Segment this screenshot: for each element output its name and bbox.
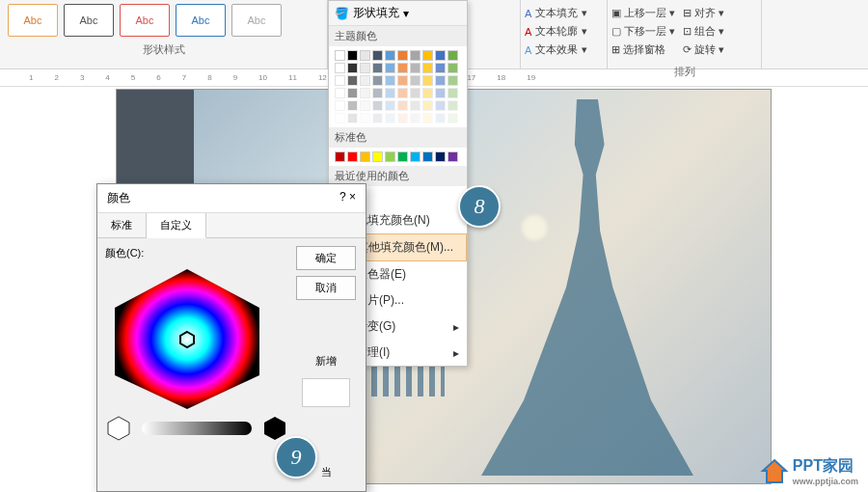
text-outline-button[interactable]: A文本轮廓 ▾ <box>525 22 603 41</box>
color-swatch[interactable] <box>335 151 345 162</box>
color-swatch[interactable] <box>422 100 433 111</box>
tab-standard[interactable]: 标准 <box>97 213 147 237</box>
close-button[interactable]: × <box>349 190 356 204</box>
white-hex-icon[interactable] <box>105 415 132 442</box>
shape-style-1[interactable]: Abc <box>8 4 58 37</box>
color-swatch[interactable] <box>360 75 370 86</box>
shape-fill-button[interactable]: 🪣 形状填充 ▾ <box>329 1 467 26</box>
silhouette-shape[interactable] <box>481 99 693 476</box>
color-swatch[interactable] <box>422 113 433 123</box>
color-swatch[interactable] <box>448 100 458 111</box>
shape-style-5[interactable]: Abc <box>231 4 282 37</box>
color-swatch[interactable] <box>347 100 358 111</box>
help-button[interactable]: ? <box>339 190 346 204</box>
theme-color-grid <box>329 46 467 127</box>
align-button[interactable]: ⊟ 对齐 ▾ <box>683 4 724 22</box>
color-swatch[interactable] <box>397 151 408 162</box>
color-swatch[interactable] <box>410 151 420 162</box>
color-swatch[interactable] <box>385 88 395 98</box>
color-swatch[interactable] <box>448 151 458 162</box>
color-swatch[interactable] <box>360 113 370 123</box>
color-swatch[interactable] <box>435 50 446 61</box>
color-swatch[interactable] <box>372 113 383 123</box>
text-fill-button[interactable]: A文本填充 ▾ <box>525 4 603 22</box>
color-swatch[interactable] <box>335 75 345 86</box>
color-swatch[interactable] <box>448 88 458 98</box>
color-swatch[interactable] <box>360 151 370 162</box>
color-swatch[interactable] <box>397 113 408 123</box>
color-swatch[interactable] <box>410 63 420 73</box>
color-swatch[interactable] <box>448 50 458 61</box>
group-button[interactable]: ⊡ 组合 ▾ <box>683 22 724 41</box>
color-swatch[interactable] <box>372 63 383 73</box>
shape-style-3[interactable]: Abc <box>120 4 170 37</box>
selection-pane-button[interactable]: ⊞ 选择窗格 <box>611 41 675 59</box>
color-swatch[interactable] <box>397 50 408 61</box>
cancel-button[interactable]: 取消 <box>296 276 356 300</box>
color-swatch[interactable] <box>410 88 420 98</box>
color-swatch[interactable] <box>372 151 383 162</box>
color-swatch[interactable] <box>360 63 370 73</box>
shape-style-2[interactable]: Abc <box>64 4 114 37</box>
text-effects-button[interactable]: A文本效果 ▾ <box>525 41 603 59</box>
color-swatch[interactable] <box>422 75 433 86</box>
color-swatch[interactable] <box>347 113 358 123</box>
color-swatch[interactable] <box>347 151 358 162</box>
color-swatch[interactable] <box>397 75 408 86</box>
rotate-button[interactable]: ⟳ 旋转 ▾ <box>683 41 724 59</box>
color-swatch[interactable] <box>335 50 345 61</box>
color-swatch[interactable] <box>385 113 395 123</box>
color-swatch[interactable] <box>435 63 446 73</box>
ok-button[interactable]: 确定 <box>296 246 356 270</box>
watermark-logo: PPT家园www.pptjia.com <box>760 456 858 486</box>
color-swatch[interactable] <box>385 100 395 111</box>
color-swatch[interactable] <box>335 63 345 73</box>
color-swatch[interactable] <box>385 50 395 61</box>
color-swatch[interactable] <box>448 63 458 73</box>
color-swatch[interactable] <box>435 113 446 123</box>
color-swatch[interactable] <box>435 151 446 162</box>
color-swatch[interactable] <box>347 75 358 86</box>
color-swatch[interactable] <box>347 88 358 98</box>
color-swatch[interactable] <box>422 88 433 98</box>
color-swatch[interactable] <box>372 50 383 61</box>
color-swatch[interactable] <box>385 151 395 162</box>
color-swatch[interactable] <box>422 50 433 61</box>
color-swatch[interactable] <box>360 50 370 61</box>
color-swatch[interactable] <box>335 113 345 123</box>
color-swatch[interactable] <box>435 88 446 98</box>
send-backward-button[interactable]: ▢ 下移一层 ▾ <box>611 22 675 41</box>
color-swatch[interactable] <box>335 88 345 98</box>
color-swatch[interactable] <box>435 100 446 111</box>
color-swatch[interactable] <box>397 100 408 111</box>
house-icon <box>760 457 789 486</box>
color-swatch[interactable] <box>410 113 420 123</box>
color-swatch[interactable] <box>335 100 345 111</box>
color-swatch[interactable] <box>397 88 408 98</box>
color-swatch[interactable] <box>422 63 433 73</box>
color-swatch[interactable] <box>385 63 395 73</box>
color-swatch[interactable] <box>422 151 433 162</box>
color-swatch[interactable] <box>360 88 370 98</box>
color-swatch[interactable] <box>347 50 358 61</box>
color-swatch[interactable] <box>347 63 358 73</box>
shape-style-4[interactable]: Abc <box>176 4 226 37</box>
color-swatch[interactable] <box>372 100 383 111</box>
color-swatch[interactable] <box>385 75 395 86</box>
color-swatch[interactable] <box>448 113 458 123</box>
black-hex-icon[interactable] <box>261 415 288 442</box>
color-swatch[interactable] <box>410 75 420 86</box>
dialog-titlebar[interactable]: 颜色 ? × <box>97 184 366 213</box>
grayscale-slider[interactable] <box>142 422 252 435</box>
hexagon-color-picker[interactable] <box>105 264 269 409</box>
color-swatch[interactable] <box>435 75 446 86</box>
color-swatch[interactable] <box>372 88 383 98</box>
color-swatch[interactable] <box>410 50 420 61</box>
color-swatch[interactable] <box>372 75 383 86</box>
color-swatch[interactable] <box>448 75 458 86</box>
bring-forward-button[interactable]: ▣ 上移一层 ▾ <box>611 4 675 22</box>
color-swatch[interactable] <box>360 100 370 111</box>
color-swatch[interactable] <box>410 100 420 111</box>
tab-custom[interactable]: 自定义 <box>147 213 206 238</box>
color-swatch[interactable] <box>397 63 408 73</box>
